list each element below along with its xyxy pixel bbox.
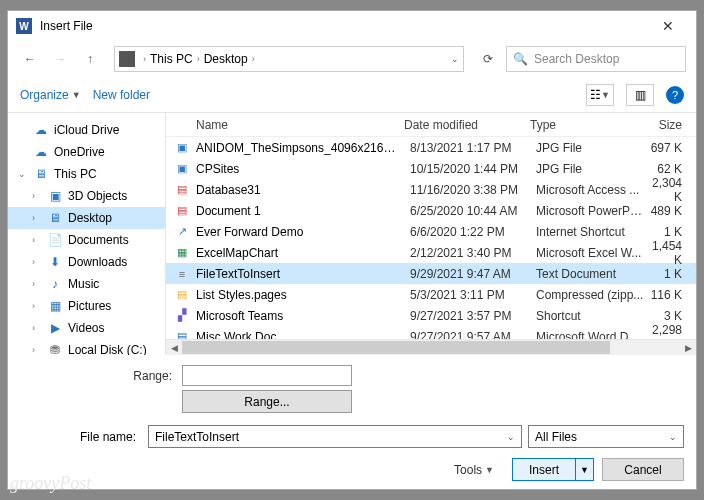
tree-item-3d-objects[interactable]: ›▣3D Objects [8, 185, 165, 207]
insert-split-button[interactable]: Insert ▼ [512, 458, 594, 481]
column-headers[interactable]: Name Date modified Type Size [166, 113, 696, 137]
word-app-icon: W [16, 18, 32, 34]
back-button[interactable]: ← [18, 47, 42, 71]
file-name: Ever Forward Demo [196, 225, 402, 239]
range-input[interactable] [182, 365, 352, 386]
file-row[interactable]: ▣CPSites10/15/2020 1:44 PMJPG File62 K [166, 158, 696, 179]
file-row[interactable]: ↗Ever Forward Demo6/6/2020 1:22 PMIntern… [166, 221, 696, 242]
file-row[interactable]: ▤List Styles.pages5/3/2021 3:11 PMCompre… [166, 284, 696, 305]
range-button[interactable]: Range... [182, 390, 352, 413]
tree-item-desktop[interactable]: ›🖥Desktop [8, 207, 165, 229]
folder-icon: 🖥 [47, 210, 63, 226]
dialog-title: Insert File [40, 19, 648, 33]
refresh-button[interactable]: ⟳ [476, 47, 500, 71]
up-button[interactable]: ↑ [78, 47, 102, 71]
file-row[interactable]: ▤Database3111/16/2020 3:38 PMMicrosoft A… [166, 179, 696, 200]
file-row[interactable]: ▞Microsoft Teams9/27/2021 3:57 PMShortcu… [166, 305, 696, 326]
scroll-left-icon[interactable]: ◀ [166, 343, 182, 353]
file-size: 697 K [646, 141, 696, 155]
file-row[interactable]: ≡FileTextToInsert9/29/2021 9:47 AMText D… [166, 263, 696, 284]
folder-icon: ▦ [47, 298, 63, 314]
preview-pane-button[interactable]: ▥ [626, 84, 654, 106]
tree-item-downloads[interactable]: ›⬇Downloads [8, 251, 165, 273]
chevron-icon: › [32, 323, 42, 333]
chevron-right-icon: › [143, 54, 146, 64]
tree-item-onedrive[interactable]: ☁OneDrive [8, 141, 165, 163]
file-size: 1,454 K [646, 239, 696, 267]
chevron-icon: › [32, 345, 42, 355]
new-folder-button[interactable]: New folder [93, 88, 150, 102]
search-input[interactable]: 🔍 Search Desktop [506, 46, 686, 72]
filetype-combo[interactable]: All Files ⌄ [528, 425, 684, 448]
chevron-icon: › [32, 191, 42, 201]
folder-icon: ☁ [33, 144, 49, 160]
filename-label: File name: [20, 430, 142, 444]
search-placeholder: Search Desktop [534, 52, 619, 66]
tree-item-music[interactable]: ›♪Music [8, 273, 165, 295]
insert-button[interactable]: Insert [513, 459, 575, 480]
folder-icon: ⛃ [47, 342, 63, 355]
forward-button[interactable]: → [48, 47, 72, 71]
file-icon: ▣ [174, 161, 190, 177]
file-name: ANIDOM_TheSimpsons_4096x2160_01 [196, 141, 402, 155]
filename-value: FileTextToInsert [155, 430, 239, 444]
chevron-down-icon[interactable]: ⌄ [669, 432, 677, 442]
file-date: 9/29/2021 9:47 AM [402, 267, 528, 281]
file-row[interactable]: ▤Misc Work Doc9/27/2021 9:57 AMMicrosoft… [166, 326, 696, 339]
tools-menu[interactable]: Tools ▼ [454, 463, 494, 477]
file-row[interactable]: ▣ANIDOM_TheSimpsons_4096x2160_018/13/202… [166, 137, 696, 158]
file-type: Microsoft Access ... [528, 183, 646, 197]
file-size: 2,304 K [646, 176, 696, 204]
tree-item-local-disk-c-[interactable]: ›⛃Local Disk (C:) [8, 339, 165, 355]
file-icon: ▣ [174, 140, 190, 156]
tree-item-documents[interactable]: ›📄Documents [8, 229, 165, 251]
col-size[interactable]: Size [640, 118, 696, 132]
col-name[interactable]: Name [166, 118, 396, 132]
file-type: Microsoft PowerPo... [528, 204, 646, 218]
file-row[interactable]: ▤Document 16/25/2020 10:44 AMMicrosoft P… [166, 200, 696, 221]
range-label: Range: [20, 369, 182, 383]
col-date[interactable]: Date modified [396, 118, 522, 132]
file-size: 2,298 K [646, 323, 696, 340]
breadcrumb[interactable]: › This PC › Desktop › ⌄ [114, 46, 464, 72]
breadcrumb-root[interactable]: This PC [150, 52, 193, 66]
cancel-button[interactable]: Cancel [602, 458, 684, 481]
scrollbar-thumb[interactable] [182, 341, 610, 354]
scroll-right-icon[interactable]: ▶ [680, 343, 696, 353]
file-name: CPSites [196, 162, 402, 176]
file-date: 10/15/2020 1:44 PM [402, 162, 528, 176]
filename-combo[interactable]: FileTextToInsert ⌄ [148, 425, 522, 448]
horizontal-scrollbar[interactable]: ◀ ▶ [166, 339, 696, 355]
help-icon[interactable]: ? [666, 86, 684, 104]
view-options-button[interactable]: ☷ ▼ [586, 84, 614, 106]
tree-item-this-pc[interactable]: ⌄🖥This PC [8, 163, 165, 185]
file-name: Document 1 [196, 204, 402, 218]
tree-item-icloud-drive[interactable]: ☁iCloud Drive [8, 119, 165, 141]
file-size: 116 K [646, 288, 696, 302]
chevron-down-icon[interactable]: ⌄ [451, 54, 459, 64]
folder-tree[interactable]: ☁iCloud Drive☁OneDrive⌄🖥This PC›▣3D Obje… [8, 113, 166, 355]
insert-dropdown[interactable]: ▼ [575, 459, 593, 480]
file-date: 2/12/2021 3:40 PM [402, 246, 528, 260]
file-type: Internet Shortcut [528, 225, 646, 239]
file-icon: ▦ [174, 245, 190, 261]
file-type: JPG File [528, 141, 646, 155]
chevron-down-icon[interactable]: ⌄ [507, 432, 515, 442]
file-date: 11/16/2020 3:38 PM [402, 183, 528, 197]
bottom-panel: Range: Range... File name: FileTextToIns… [8, 355, 696, 489]
file-icon: ▤ [174, 182, 190, 198]
breadcrumb-folder[interactable]: Desktop [204, 52, 248, 66]
close-icon[interactable]: ✕ [648, 18, 688, 34]
file-size: 1 K [646, 225, 696, 239]
file-date: 8/13/2021 1:17 PM [402, 141, 528, 155]
tree-label: Desktop [68, 211, 112, 225]
organize-menu[interactable]: Organize▼ [20, 88, 81, 102]
tree-item-videos[interactable]: ›▶Videos [8, 317, 165, 339]
file-row[interactable]: ▦ExcelMapChart2/12/2021 3:40 PMMicrosoft… [166, 242, 696, 263]
file-list: Name Date modified Type Size ▣ANIDOM_The… [166, 113, 696, 355]
toolbar: Organize▼ New folder ☷ ▼ ▥ ? [8, 77, 696, 113]
folder-icon: ♪ [47, 276, 63, 292]
col-type[interactable]: Type [522, 118, 640, 132]
file-size: 489 K [646, 204, 696, 218]
tree-item-pictures[interactable]: ›▦Pictures [8, 295, 165, 317]
